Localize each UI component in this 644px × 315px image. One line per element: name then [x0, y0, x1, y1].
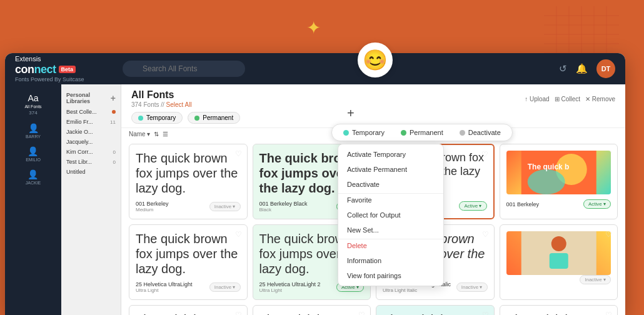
all-fonts-icon: Aa [28, 93, 38, 103]
font-card-row3-2[interactable]: ♡ The quick brown fox jumps over the laz… [253, 305, 371, 315]
font-weight: Ultra Light Italic [383, 288, 451, 293]
plus-main: + [347, 106, 355, 121]
remove-button[interactable]: ✕ Remove [585, 96, 615, 102]
library-item-test[interactable]: Test Libr... 0 [61, 157, 121, 167]
search-wrapper: 🔍 [123, 61, 551, 77]
font-card-row3-4[interactable]: ♡ The quick brown fox jumps over the laz… [500, 305, 618, 315]
library-item-untitled[interactable]: Untitled [61, 167, 121, 177]
ctx-favorite[interactable]: Favorite [338, 193, 443, 208]
library-item-jackie[interactable]: Jackie O... [61, 127, 121, 137]
font-count: 374 Fonts // Select All [131, 101, 192, 108]
status-badge[interactable]: Active ▾ [459, 201, 486, 211]
font-weight: Black [259, 207, 308, 212]
ctx-deactivate[interactable]: Deactivate [338, 177, 443, 192]
header-actions: ↑ Upload ⊞ Collect ✕ Remove [525, 96, 615, 102]
filter-temporary[interactable]: Temporary [131, 112, 183, 124]
ctx-activate-temporary[interactable]: Activate Temporary [338, 147, 443, 162]
font-card-row3-3[interactable]: ♡ The quick brown fox jumps over the laz… [376, 305, 495, 315]
browser-window: Extensis connect Beta Fonts Powered By S… [5, 53, 625, 315]
bell-icon[interactable]: 🔔 [576, 63, 588, 74]
sidebar-item-all-fonts[interactable]: Aa All Fonts 374 [22, 89, 44, 119]
favorite-icon[interactable]: ♡ [481, 150, 488, 159]
card-footer: 25 Helvetica UltraLight Ultra Light Inac… [136, 281, 241, 293]
favorite-icon[interactable]: ♡ [605, 311, 612, 315]
font-preview: The quick brown fox jumps over the lazy … [136, 312, 241, 315]
font-preview-image2 [506, 231, 611, 275]
status-badge[interactable]: Active ▾ [583, 199, 611, 209]
font-name: 25 Helvetica UltraLight 2 [259, 281, 321, 288]
add-library-button[interactable]: + [111, 93, 116, 103]
library-item-jacquely[interactable]: Jacquely... [61, 137, 121, 147]
favorite-icon[interactable]: ♡ [482, 230, 489, 239]
view-options[interactable]: ☰ [163, 131, 168, 138]
sort-icon[interactable]: ⇅ [154, 131, 159, 138]
select-all-link[interactable]: Select All [166, 101, 192, 108]
user-avatar[interactable]: DT [596, 59, 615, 78]
search-input[interactable] [123, 61, 245, 77]
ctx-information[interactable]: Information [338, 253, 443, 268]
font-card-image2[interactable]: ♡ Inactive ▾ [500, 224, 618, 300]
status-badge[interactable]: Inactive ▾ [209, 282, 241, 292]
refresh-icon[interactable]: ↺ [559, 63, 567, 74]
favorite-icon[interactable]: ♡ [235, 230, 242, 239]
permanent-dot [194, 116, 199, 121]
pill-option-temporary[interactable]: Temporary [337, 127, 391, 138]
font-preview-image: The quick b [506, 151, 611, 194]
favorite-icon[interactable]: ♡ [235, 311, 242, 315]
library-item-best-colle[interactable]: Best Colle... [61, 107, 121, 117]
font-name: 001 Berkeley [136, 201, 169, 207]
pill-option-permanent[interactable]: Permanent [395, 127, 450, 138]
status-badge[interactable]: Inactive ▾ [209, 202, 241, 211]
font-preview: The quick brown fox jumps over the lazy … [136, 151, 241, 196]
favorite-icon[interactable]: ♡ [605, 230, 612, 239]
font-card-001-berkeley-medium[interactable]: ♡ The quick brown fox jumps over the laz… [129, 144, 248, 219]
context-dropdown-menu: Activate Temporary Activate Permanent De… [338, 144, 444, 286]
card-footer: 001 Berkeley Active ▾ [506, 199, 611, 209]
favorite-icon[interactable]: ♡ [358, 311, 365, 315]
ctx-new-set[interactable]: New Set... [338, 222, 443, 238]
status-badge[interactable]: Inactive ▾ [456, 282, 488, 292]
temporary-color-dot [343, 130, 349, 136]
ctx-view-pairings[interactable]: View font pairings [338, 268, 443, 283]
font-weight: Medium [136, 207, 169, 212]
font-weight: Ultra Light [259, 288, 321, 293]
font-name: 001 Berkeley Black [259, 201, 308, 207]
font-preview: The quick brown fox jumps over the lazy … [506, 312, 611, 315]
sidebar-item-jackie[interactable]: 👤 JACKIE [23, 166, 44, 189]
collect-button[interactable]: ⊞ Collect [555, 96, 580, 102]
active-dot [112, 110, 116, 114]
filter-row: Temporary Permanent [131, 112, 615, 124]
card-footer: Inactive ▾ [506, 275, 611, 284]
main-header: All Fonts 374 Fonts // Select All ↑ Uplo… [121, 84, 625, 128]
topbar-icons: ↺ 🔔 DT [559, 59, 615, 78]
sidebar-item-emilio[interactable]: 👤 EMILIO [23, 142, 43, 166]
font-card-image[interactable]: ♡ The quick b 001 Berkeley Act [500, 144, 618, 219]
library-item-emilio[interactable]: Emilio Fr... 11 [61, 117, 121, 127]
logo-sub: Fonts Powered By Suitcase [15, 76, 84, 82]
content-area: Aa All Fonts 374 👤 BARRY 👤 EMILIO 👤 JACK… [5, 84, 625, 315]
jackie-icon: 👤 [28, 169, 38, 179]
font-card-row3-1[interactable]: ♡ The quick brown fox jumps over the laz… [129, 305, 248, 315]
pill-option-deactivate[interactable]: Deactivate [453, 127, 507, 138]
favorite-icon[interactable]: ♡ [482, 311, 489, 315]
font-card-helvetica-ultralight[interactable]: ♡ The quick brown fox jumps over the laz… [129, 224, 248, 300]
svg-point-12 [527, 169, 565, 194]
activation-pill-menu: Temporary Permanent Deactivate [331, 124, 513, 141]
upload-button[interactable]: ↑ Upload [525, 96, 549, 102]
status-badge[interactable]: Inactive ▾ [580, 275, 611, 284]
favorite-icon[interactable]: ♡ [235, 149, 242, 158]
logo: Extensis connect Beta Fonts Powered By S… [15, 55, 84, 82]
ctx-collect[interactable]: Collect for Output [338, 208, 443, 222]
sidebar-item-barry[interactable]: 👤 BARRY [23, 119, 43, 142]
title-group: All Fonts 374 Fonts // Select All [131, 89, 192, 108]
font-preview: The quick brown fox jumps over the lazy … [259, 312, 365, 315]
star-decoration: ✦ [306, 18, 321, 38]
font-preview: The quick brown fox jumps over the lazy … [136, 231, 241, 276]
ctx-delete[interactable]: Delete [338, 239, 443, 253]
library-item-kim[interactable]: Kim Corr... 0 [61, 147, 121, 157]
filter-permanent[interactable]: Permanent [188, 112, 240, 124]
sort-name-button[interactable]: Name ▾ [129, 131, 150, 138]
font-weight: Ultra Light [136, 288, 193, 293]
sidebar: Aa All Fonts 374 👤 BARRY 👤 EMILIO 👤 JACK… [5, 84, 61, 315]
ctx-activate-permanent[interactable]: Activate Permanent [338, 162, 443, 177]
